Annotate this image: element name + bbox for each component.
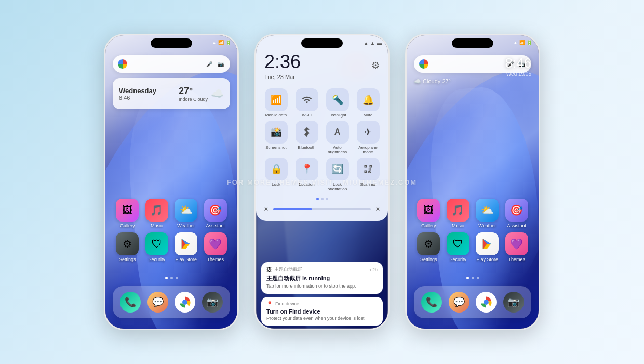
search-bar-left[interactable]: 🎤 📷	[113, 55, 230, 73]
app-themes-left[interactable]: 💜 Themes	[202, 232, 229, 262]
dock-phone-left[interactable]: 📞	[120, 292, 141, 313]
dock-chrome-right[interactable]	[476, 292, 497, 313]
phone-middle: ▲ ▲ ▬ 2:36 Tue, 23 Mar ⚙ 📶 Mobile data	[254, 34, 390, 330]
right-weather-condition: ☁️ Cloudy 27°	[414, 78, 451, 85]
notification-shade: ▲ ▲ ▬ 2:36 Tue, 23 Mar ⚙ 📶 Mobile data	[256, 35, 388, 221]
themes-label-right: Themes	[508, 257, 525, 262]
wifi-icon-right: ▲	[513, 40, 518, 45]
app-weather-right[interactable]: ⛅ Weather	[474, 199, 501, 228]
playstore-label-left: Play Store	[175, 257, 197, 262]
google-g-icon-left	[118, 59, 127, 69]
signal-icon-middle: ▲	[364, 41, 368, 46]
weather-widget-left[interactable]: Wednesday 8:46 27° Indore Cloudy ☁️	[113, 78, 230, 109]
battery-icon-middle: ▬	[377, 41, 382, 46]
playstore-icon-right	[476, 232, 499, 255]
app-row-2-right: ⚙ Settings 🛡 Security Play Store 💜 Theme…	[414, 232, 531, 262]
app-assistant-left[interactable]: 🎯 Assistant	[202, 199, 229, 228]
notif1-body: Tap for more information or to stop the …	[266, 283, 378, 290]
weather-day-name: Wednesday	[119, 87, 179, 95]
app-settings-right[interactable]: ⚙ Settings	[415, 232, 442, 262]
app-assistant-right[interactable]: 🎯 Assistant	[503, 199, 530, 228]
tile-scanner[interactable]: Scanner	[354, 158, 382, 191]
scanner-label: Scanner	[360, 182, 376, 187]
app-gallery-right[interactable]: 🖼 Gallery	[415, 199, 442, 228]
wifi-tile-label: Wi-Fi	[302, 113, 312, 118]
app-security-left[interactable]: 🛡 Security	[143, 232, 170, 262]
tile-wifi[interactable]: Wi-Fi	[293, 88, 320, 118]
gallery-label-right: Gallery	[421, 223, 436, 228]
gallery-label-left: Gallery	[120, 223, 135, 228]
tile-screenshot[interactable]: 📸 Screenshot	[262, 121, 290, 154]
notif1-title: 主题自动截屏 is running	[266, 275, 378, 282]
mic-icon-left[interactable]: 🎤	[205, 60, 213, 68]
right-clock: 8:46	[505, 55, 531, 71]
page-dots-left	[105, 277, 237, 279]
brightness-fill	[273, 208, 312, 210]
wifi-icon	[296, 88, 318, 111]
app-themes-right[interactable]: 💜 Themes	[503, 232, 530, 262]
tile-bluetooth[interactable]: Bluetooth	[293, 121, 320, 154]
aeroplane-label: Aeroplane mode	[354, 145, 382, 154]
tile-aeroplane[interactable]: ✈ Aeroplane mode	[354, 121, 382, 154]
gallery-icon-right: 🖼	[417, 199, 440, 222]
dot-3-right	[477, 277, 479, 279]
app-music-right[interactable]: 🎵 Music	[445, 199, 472, 228]
tile-location[interactable]: 📍 Location	[293, 158, 320, 191]
battery-icon-left: 🔋	[225, 40, 231, 45]
notif2-app-name: Find device	[275, 301, 299, 306]
app-row-1-right: 🖼 Gallery 🎵 Music ⛅ Weather 🎯 Assistant	[414, 199, 531, 228]
themes-icon-right: 💜	[505, 232, 528, 255]
dock-chrome-left[interactable]	[175, 292, 195, 313]
settings-gear-icon[interactable]: ⚙	[371, 60, 380, 71]
security-label-right: Security	[449, 257, 466, 262]
dock-left: 📞 💬 📷	[113, 286, 230, 318]
security-label-left: Security	[148, 257, 165, 262]
app-security-right[interactable]: 🛡 Security	[445, 232, 472, 262]
notif-card-2[interactable]: 📍 Find device Turn on Find device Protec…	[261, 297, 383, 326]
phone-left: ▲ 📶 🔋 🎤 📷 Wednesday 8:46 27°	[104, 34, 239, 330]
brightness-slider[interactable]: ☀ ☀	[256, 202, 388, 216]
screenshot-label: Screenshot	[265, 145, 286, 150]
mobile-data-label: Mobile data	[265, 113, 287, 118]
right-phone-time: 8:46 Wed 19/05	[505, 55, 531, 77]
dot-1-right	[466, 277, 469, 279]
dock-phone-right[interactable]: 📞	[421, 292, 442, 313]
app-playstore-left[interactable]: Play Store	[172, 232, 199, 262]
notif2-title: Turn on Find device	[266, 308, 378, 315]
tile-mobile-data[interactable]: 📶 Mobile data	[262, 88, 290, 118]
app-playstore-right[interactable]: Play Store	[474, 232, 501, 262]
brightness-track	[273, 208, 371, 210]
brightness-low-icon: ☀	[263, 205, 269, 213]
app-settings-left[interactable]: ⚙ Settings	[114, 232, 141, 262]
scanner-icon	[357, 158, 380, 180]
dock-messages-right[interactable]: 💬	[449, 292, 469, 313]
dock-camera-left[interactable]: 📷	[202, 292, 223, 313]
lens-icon-left[interactable]: 📷	[217, 60, 225, 68]
phone-dock-icon-left: 📞	[120, 292, 141, 313]
app-grid-right: 🖼 Gallery 🎵 Music ⛅ Weather 🎯 Assistant	[407, 199, 539, 266]
google-g-icon-right	[419, 59, 428, 69]
dock-messages-left[interactable]: 💬	[147, 292, 168, 313]
dock-camera-right[interactable]: 📷	[503, 292, 524, 313]
notif-card-1[interactable]: 🖼 主题自动截屏 in 2h 主题自动截屏 is running Tap for…	[261, 262, 383, 294]
app-row-2-left: ⚙ Settings 🛡 Security Play Store 💜 Theme…	[113, 232, 230, 262]
app-music-left[interactable]: 🎵 Music	[143, 199, 170, 228]
tile-lock[interactable]: 🔒 Lock	[262, 158, 290, 191]
lockorientation-icon: 🔄	[326, 158, 349, 180]
app-gallery-left[interactable]: 🖼 Gallery	[114, 199, 141, 228]
tile-mute[interactable]: 🔔 Mute	[354, 88, 382, 118]
dot-2-left	[170, 277, 173, 279]
mute-label: Mute	[364, 113, 373, 118]
tile-flashlight[interactable]: 🔦 Flashlight	[324, 88, 351, 118]
wifi-icon-left: ▲	[212, 40, 217, 45]
svg-point-0	[182, 300, 187, 305]
right-weather-widget: ☁️ Cloudy 27°	[414, 78, 451, 85]
tile-autobrightness[interactable]: A Auto brightness	[324, 121, 351, 154]
tile-lockorientation[interactable]: 🔄 Lock orientation	[324, 158, 351, 191]
messages-dock-icon-left: 💬	[147, 292, 168, 313]
music-label-left: Music	[151, 223, 163, 228]
themes-label-left: Themes	[207, 257, 224, 262]
app-weather-left[interactable]: ⛅ Weather	[172, 199, 199, 228]
dot-3-left	[176, 277, 178, 279]
app-grid-left: 🖼 Gallery 🎵 Music ⛅ Weather 🎯 Assistant	[105, 199, 237, 266]
